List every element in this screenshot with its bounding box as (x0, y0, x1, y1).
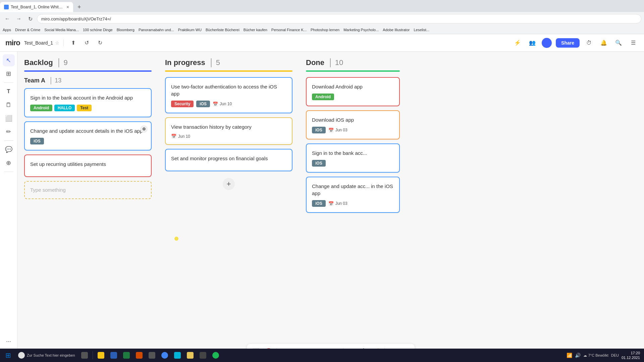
sidebar-frames-tool[interactable]: ⊞ (3, 68, 15, 80)
card-financial-goals[interactable]: Set and monitor progress on financial go… (165, 149, 292, 171)
sidebar-sticky-tool[interactable]: 🗒 (3, 99, 15, 111)
card-download-android[interactable]: Download Android app Android (306, 77, 400, 106)
card-change-done[interactable]: Change and update acc... in the iOS app … (306, 177, 400, 213)
add-card-button[interactable]: + (223, 178, 235, 190)
bookmark-marketing[interactable]: Marketing Psycholo... (343, 28, 379, 32)
tag-test[interactable]: Test (77, 105, 92, 111)
tag-ios-done-2[interactable]: iOS (312, 160, 326, 167)
taskbar-app9[interactable] (197, 349, 209, 361)
card-change-done-footer: iOS 📅 Jun 03 (312, 200, 394, 207)
redo-button[interactable]: ↻ (95, 38, 105, 48)
sidebar-shapes-tool[interactable]: ⬜ (3, 112, 15, 124)
sidebar-more-tools[interactable]: ... (3, 334, 15, 346)
card-2fa[interactable]: Use two-factor authentication to access … (165, 77, 292, 113)
star-icon[interactable]: ☆ (55, 40, 59, 46)
tag-ios-done-3[interactable]: iOS (312, 200, 326, 207)
sidebar-connect-tool[interactable]: ⊕ (3, 157, 15, 169)
card-2fa-footer: Security iOS 📅 Jun 10 (171, 101, 286, 107)
tab-close-button[interactable]: × (66, 4, 69, 10)
bookmark-social[interactable]: Social Media Mana... (44, 28, 79, 32)
bookmark-buecher2[interactable]: Bücher kaufen (244, 28, 267, 32)
tag-android[interactable]: Android (30, 105, 52, 111)
sidebar-text-tool[interactable]: T (3, 85, 15, 98)
address-bar[interactable]: miro.com/app/board/uXjVOeTrz74=/ (37, 14, 641, 23)
bookmark-dinner[interactable]: Dinner & Crime (15, 28, 40, 32)
forward-button[interactable]: → (14, 14, 23, 23)
back-button[interactable]: ← (3, 14, 12, 23)
sidebar-comment-tool[interactable]: 💬 (3, 143, 15, 156)
bookmark-finance[interactable]: Personal Finance K... (271, 28, 307, 32)
taskbar-spotify[interactable] (210, 349, 222, 361)
taskbar-excel[interactable] (120, 349, 132, 361)
language-display[interactable]: DEU (611, 353, 619, 357)
card-change-account[interactable]: ⚙ Change and update account details in t… (24, 121, 152, 150)
undo-button[interactable]: ↺ (81, 38, 92, 48)
taskbar-powerpoint[interactable] (133, 349, 145, 361)
taskbar-app8[interactable] (184, 349, 196, 361)
date-text-1: Jun 10 (220, 102, 232, 106)
bookmark-leselist[interactable]: Leselist... (414, 28, 429, 32)
taskbar-taskview[interactable] (78, 349, 91, 361)
tag-ios-1[interactable]: iOS (30, 138, 44, 144)
card-new-placeholder[interactable]: Type something (30, 187, 66, 193)
users-button[interactable]: 👥 (527, 38, 538, 48)
card-transaction[interactable]: View transaction history by category 📅 J… (165, 117, 292, 145)
taskbar-app5[interactable] (146, 349, 158, 361)
miro-app: miro Test_Board_1 ☆ ⬆ ↺ ↻ ⚡ 👥 Share ⏱ 🔔 … (0, 34, 644, 362)
tag-ios-2[interactable]: iOS (196, 101, 210, 107)
clock-display: 17:20 01.12.2021 (622, 351, 640, 360)
kanban-board: Backlog │ 9 Team A │ 13 Sign in to the b… (17, 52, 644, 362)
taskbar-search[interactable]: Zur Suche Text hier eingeben (15, 349, 78, 361)
tag-hallo[interactable]: HALLO (54, 105, 75, 111)
new-tab-button[interactable]: + (74, 2, 84, 12)
card-recurring-payments[interactable]: Set up recurring utilities payments (24, 155, 152, 177)
bookmark-praktikum[interactable]: Praktikum WU (178, 28, 202, 32)
bookmark-bloomberg[interactable]: Bloomberg (117, 28, 135, 32)
bookmark-photoshop[interactable]: Photoshop lernen (311, 28, 339, 32)
tag-security[interactable]: Security (171, 101, 194, 107)
filter-button[interactable]: ⚡ (512, 38, 523, 48)
card-menu-button[interactable]: ⚙ (140, 125, 148, 133)
bookmark-100[interactable]: 100 schöne Dinge (83, 28, 113, 32)
date-text-4: Jun 03 (335, 201, 347, 206)
card-sign-in-android[interactable]: Sign in to the bank account in the Andro… (24, 88, 152, 117)
card-change-account-tags: iOS (30, 138, 146, 144)
date-text-3: Jun 03 (335, 128, 347, 132)
calendar-icon-2: 📅 (171, 134, 176, 139)
sidebar-select-tool[interactable]: ↖ (3, 54, 15, 66)
taskbar-chrome[interactable] (159, 349, 171, 361)
volume-icon[interactable]: 🔊 (575, 353, 581, 358)
timer-button[interactable]: ⏱ (584, 38, 594, 48)
taskbar-app7[interactable] (171, 349, 183, 361)
network-icon[interactable]: 📶 (567, 353, 572, 358)
taskbar-word[interactable] (108, 349, 120, 361)
search-button[interactable]: 🔍 (613, 38, 624, 48)
upload-button[interactable]: ⬆ (68, 38, 78, 48)
date-text: 01.12.2021 (622, 355, 640, 360)
bookmarks-bar: Apps Dinner & Crime Social Media Mana...… (0, 25, 644, 34)
refresh-button[interactable]: ↻ (25, 14, 35, 23)
board-title[interactable]: Test_Board_1 (24, 40, 53, 46)
bookmark-panorama[interactable]: Panoramabahn und... (139, 28, 174, 32)
card-new[interactable]: Type something (24, 181, 152, 199)
weather-text: 7°C Bewölkt (588, 353, 608, 357)
sidebar-pen-tool[interactable]: ✏ (3, 126, 15, 138)
start-button[interactable]: ⊞ (1, 349, 15, 361)
card-2fa-title: Use two-factor authentication to access … (171, 83, 286, 97)
board-name-container: Test_Board_1 ☆ (24, 40, 59, 46)
share-button[interactable]: Share (556, 38, 580, 48)
menu-button[interactable]: ☰ (628, 38, 639, 48)
done-header: Done │ 10 (306, 58, 400, 67)
tag-android-done[interactable]: Android (312, 94, 334, 100)
bookmark-adobe[interactable]: Adobe Illustrator (383, 28, 410, 32)
tag-ios-done-1[interactable]: iOS (312, 127, 326, 133)
taskbar-fileexplorer[interactable] (95, 349, 107, 361)
notifications-button[interactable]: 🔔 (598, 38, 609, 48)
active-tab[interactable]: Test_Board_1, Online Whiteboard... × (0, 2, 73, 12)
avatar[interactable] (542, 38, 552, 48)
card-signin-done[interactable]: Sign in to the bank acc... iOS (306, 143, 400, 173)
card-download-ios[interactable]: Download iOS app iOS 📅 Jun 03 (306, 110, 400, 139)
time-text: 17:20 (622, 351, 640, 355)
bookmark-buecher1[interactable]: Bücherliste Bücherei (206, 28, 239, 32)
bookmark-apps[interactable]: Apps (3, 28, 11, 32)
